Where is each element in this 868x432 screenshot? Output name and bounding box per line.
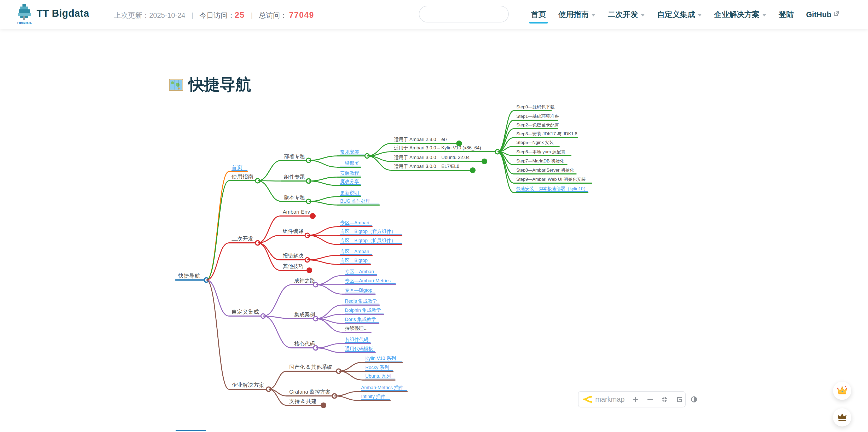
chevron-down-icon	[698, 14, 702, 16]
map-node-label: 报错解决	[283, 253, 304, 259]
map-node-link[interactable]: 快速安装—脚本极速部署（kylin10）	[516, 186, 588, 191]
nav-item-5[interactable]: 企业解决方案	[714, 9, 766, 20]
map-branch	[307, 256, 338, 260]
site-title[interactable]: TT Bigdata	[37, 8, 89, 19]
map-node-link[interactable]: Redis 集成教学	[345, 299, 377, 304]
map-branch	[207, 280, 229, 389]
today-visits-label: 今日访问：	[199, 11, 235, 19]
map-node-label: 快捷导航	[178, 273, 200, 279]
map-node-label: Grafana 监控方案	[289, 389, 331, 395]
map-node-link[interactable]: Ambari-Metrics 插件	[361, 385, 403, 390]
map-branch	[258, 160, 281, 181]
map-node-label: 成神之路	[294, 278, 315, 284]
map-branch	[497, 120, 514, 152]
markmap-brand[interactable]: markmap	[583, 395, 625, 404]
page-title: 快捷导航	[168, 74, 251, 95]
map-node-link[interactable]: 专区—Ambari	[340, 220, 369, 225]
map-node-link[interactable]: Dolphin 集成教学	[345, 308, 381, 313]
map-collapsed-dot[interactable]	[470, 167, 475, 173]
nav-item-1[interactable]: 首页	[531, 9, 546, 20]
nav-item-3[interactable]: 二次开发	[608, 9, 645, 20]
map-node-link[interactable]: Infinity 插件	[361, 394, 385, 399]
map-branch	[309, 160, 338, 167]
map-branch	[307, 227, 338, 235]
map-node-label: 适用于 Ambari 3.0.0 – Ubuntu 22.04	[394, 155, 469, 160]
map-node-label: 集成案例	[294, 311, 315, 317]
nav-item-6[interactable]: 登陆	[779, 9, 794, 20]
map-node-link[interactable]: 专区—Bigtop（扩展组件）	[340, 238, 396, 243]
vip-crown-button[interactable]	[833, 381, 851, 400]
map-node-label: 其他技巧	[283, 263, 304, 269]
zoom-in-button[interactable]	[631, 394, 639, 404]
nav-item-7[interactable]: GitHub	[806, 10, 839, 19]
chevron-down-icon	[762, 14, 766, 16]
map-node-link[interactable]: 安装教程	[340, 171, 359, 176]
map-branch	[258, 181, 281, 181]
map-branch	[367, 156, 392, 170]
map-node-link[interactable]: 专区—Ambari	[345, 269, 374, 274]
map-node-label: Step1—基础环境准备	[516, 114, 559, 119]
map-branch	[263, 285, 291, 316]
map-node-link[interactable]: Kylin V10 系列	[365, 356, 396, 361]
fit-window-button[interactable]	[661, 394, 669, 404]
map-node-label: 组件专题	[284, 174, 305, 180]
map-node-link[interactable]: 常规安装	[340, 149, 359, 155]
map-branch	[335, 392, 359, 396]
theme-toggle-button[interactable]	[690, 394, 698, 404]
map-branch	[316, 343, 342, 348]
map-node-link[interactable]: Ubuntu 系列	[365, 373, 391, 379]
stats-separator: |	[191, 11, 193, 19]
search-box[interactable]	[419, 6, 509, 23]
map-branch	[207, 280, 229, 316]
map-node-link[interactable]: Rocky 系列	[365, 365, 389, 370]
map-node-label: Step2—免密登录配置	[516, 123, 559, 128]
map-node-link[interactable]: 专区—Ambari-Metrics	[345, 278, 391, 284]
map-node-link[interactable]: 专区—Bigtop	[345, 288, 372, 293]
map-branch	[263, 316, 291, 348]
nav-item-4[interactable]: 自定义集成	[657, 9, 702, 20]
map-node-label: Step9—Ambari Web UI 初始化安装	[516, 177, 586, 182]
map-node-link[interactable]: 专区—Bigtop	[340, 258, 368, 263]
nav-item-label: 首页	[531, 9, 546, 20]
map-branch	[207, 181, 229, 280]
map-node-label: Step3—安装 JDK17 与 JDK1.8	[516, 131, 577, 136]
map-collapsed-dot[interactable]	[307, 267, 312, 273]
map-node-link[interactable]: 各组件代码	[345, 337, 368, 342]
markmap-brand-label: markmap	[595, 395, 625, 403]
map-node-label: 使用指南	[231, 173, 253, 179]
map-collapsed-dot[interactable]	[482, 159, 487, 164]
map-node-link[interactable]: 更新说明	[340, 190, 359, 195]
map-branch	[307, 235, 338, 244]
main-nav: 首页使用指南二次开发自定义集成企业解决方案登陆GitHub	[531, 0, 839, 29]
map-node-link[interactable]: 通用代码模板	[345, 346, 373, 351]
map-branch	[339, 371, 363, 380]
map-node-link[interactable]: 魔改分享	[340, 179, 359, 184]
map-node-link[interactable]: 一键部署	[340, 161, 359, 166]
zoom-out-button[interactable]	[646, 394, 654, 404]
chevron-down-icon	[641, 14, 645, 16]
map-node-link[interactable]: 专区—Ambari	[340, 249, 369, 254]
map-branch	[269, 371, 287, 389]
map-branch	[309, 177, 338, 181]
map-branch	[269, 389, 287, 405]
map-node-label: 适用于 Ambari 3.0.0 – Kylin V10 (x86_64)	[394, 145, 481, 151]
external-link-icon	[834, 10, 839, 16]
search-input[interactable]	[427, 10, 515, 18]
map-node-link[interactable]: BUG 临时处理	[340, 199, 371, 204]
map-collapsed-dot[interactable]	[310, 213, 316, 219]
map-node-link[interactable]: 专区—Bigtop（官方组件）	[340, 229, 396, 234]
map-collapsed-dot[interactable]	[320, 402, 327, 408]
map-node-label: 适用于 Ambari 3.0.0 – EL7/EL8	[394, 164, 459, 169]
map-branch	[316, 275, 342, 285]
markmap-canvas[interactable]: 快捷导航首页使用指南部署专题常规安装适用于 Ambari 2.8.0 – el7…	[0, 0, 868, 432]
nav-item-2[interactable]: 使用指南	[558, 9, 595, 20]
map-branch	[207, 172, 229, 280]
recurse-toggle-button[interactable]	[676, 394, 683, 404]
site-logo[interactable]: TTBIGDATA	[16, 4, 32, 26]
last-update-value: 2025-10-24	[149, 11, 185, 19]
map-node-link[interactable]: Doris 集成教学	[345, 317, 376, 322]
stats-separator: |	[251, 11, 253, 19]
page-title-text: 快捷导航	[188, 74, 251, 95]
map-node-link[interactable]: 首页	[231, 164, 243, 170]
membership-crown-button[interactable]	[833, 408, 851, 427]
